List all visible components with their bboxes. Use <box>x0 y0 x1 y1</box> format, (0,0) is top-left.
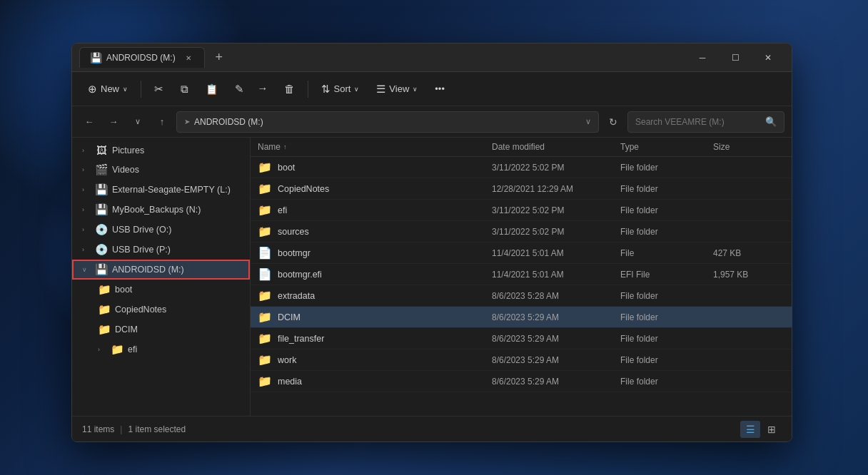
dcim-folder-icon: 📁 <box>98 323 111 336</box>
share-button[interactable]: ↑ <box>254 78 274 99</box>
file-label-file-transfer: file_transfer <box>278 334 324 344</box>
sidebar-item-copiednotes[interactable]: 📁 CopiedNotes <box>72 300 250 320</box>
file-row-bootmgr-efi[interactable]: 📄 bootmgr.efi 11/4/2021 5:01 AM EFI File… <box>251 264 792 285</box>
new-tab-button[interactable]: + <box>209 48 229 68</box>
forward-button[interactable]: → <box>104 112 123 132</box>
file-row-dcim[interactable]: 📁 DCIM 8/6/2023 5:29 AM File folder <box>251 307 792 328</box>
file-row-boot[interactable]: 📁 boot 3/11/2022 5:02 PM File folder <box>251 157 792 178</box>
sidebar-item-efi[interactable]: › 📁 efi <box>72 339 250 359</box>
videos-icon: 🎬 <box>95 163 108 176</box>
more-icon: ••• <box>435 83 445 94</box>
cut-button[interactable]: ✂ <box>147 78 171 100</box>
address-path-text: ANDROIDSD (M:) <box>194 117 263 127</box>
tab-title: ANDROIDSD (M:) <box>106 53 176 63</box>
address-input[interactable]: ➤ ANDROIDSD (M:) ∨ <box>176 111 599 133</box>
sidebar-item-dcim[interactable]: 📁 DCIM <box>72 320 250 339</box>
toolbar-sep-1 <box>141 81 141 98</box>
sidebar-item-usb-o[interactable]: › 💿 USB Drive (O:) <box>72 220 250 240</box>
file-name-media: 📁 media <box>258 374 492 388</box>
back-button[interactable]: ← <box>79 112 99 132</box>
file-date-file-transfer: 8/6/2023 5:29 AM <box>492 334 620 344</box>
file-type-file-transfer: File folder <box>620 334 713 344</box>
new-button[interactable]: ⊕ New ∨ <box>81 78 135 100</box>
more-button[interactable]: ••• <box>428 79 452 98</box>
file-type-efi: File folder <box>620 205 713 215</box>
file-row-copiednotes[interactable]: 📁 CopiedNotes 12/28/2021 12:29 AM File f… <box>251 178 792 200</box>
folder-icon-boot: 📁 <box>258 160 272 174</box>
search-box[interactable]: 🔍 <box>627 111 784 133</box>
up-button[interactable]: ↑ <box>152 112 172 132</box>
file-row-extradata[interactable]: 📁 extradata 8/6/2023 5:28 AM File folder <box>251 285 792 307</box>
paste-button[interactable]: 📋 <box>198 79 225 99</box>
sidebar-item-androidsd[interactable]: ∨ 💾 ANDROIDSD (M:) <box>72 260 250 280</box>
file-label-copiednotes: CopiedNotes <box>278 184 329 194</box>
file-label-media: media <box>278 377 302 387</box>
recent-button[interactable]: ∨ <box>128 112 148 132</box>
sort-button[interactable]: ⇅ Sort ∨ <box>314 78 367 100</box>
file-row-sources[interactable]: 📁 sources 3/11/2022 5:02 PM File folder <box>251 221 792 242</box>
sidebar-item-pictures[interactable]: › 🖼 Pictures <box>72 141 250 160</box>
window-controls: ─ ☐ ✕ <box>686 44 784 72</box>
explorer-window: 💾 ANDROIDSD (M:) ✕ + ─ ☐ ✕ ⊕ New ∨ ✂ ⧉ 📋… <box>71 43 792 442</box>
sidebar-item-external-seagate[interactable]: › 💾 External-Seagate-EMPTY (L:) <box>72 180 250 200</box>
file-date-media: 8/6/2023 5:29 AM <box>492 377 620 387</box>
col-header-date[interactable]: Date modified <box>492 142 620 152</box>
toolbar: ⊕ New ∨ ✂ ⧉ 📋 ✎ ↑ 🗑 ⇅ Sort ∨ ☰ <box>72 72 792 106</box>
share-icon: ↑ <box>258 86 270 92</box>
file-row-efi[interactable]: 📁 efi 3/11/2022 5:02 PM File folder <box>251 200 792 221</box>
folder-icon-dcim: 📁 <box>258 310 272 324</box>
grid-view-button[interactable]: ⊞ <box>762 421 782 438</box>
file-row-bootmgr[interactable]: 📄 bootmgr 11/4/2021 5:01 AM File 427 KB <box>251 242 792 264</box>
sidebar-item-mybook[interactable]: › 💾 MyBook_Backups (N:) <box>72 200 250 220</box>
tab-close-button[interactable]: ✕ <box>183 52 194 63</box>
file-name-work: 📁 work <box>258 353 492 367</box>
search-input[interactable] <box>635 117 761 127</box>
file-date-sources: 3/11/2022 5:02 PM <box>492 227 620 237</box>
status-bar: 11 items | 1 item selected ☰ ⊞ <box>72 416 792 441</box>
file-label-efi: efi <box>278 205 287 215</box>
file-row-media[interactable]: 📁 media 8/6/2023 5:29 AM File folder <box>251 371 792 392</box>
close-button[interactable]: ✕ <box>752 44 784 72</box>
title-bar: 💾 ANDROIDSD (M:) ✕ + ─ ☐ ✕ <box>72 44 792 72</box>
file-name-copiednotes: 📁 CopiedNotes <box>258 182 492 195</box>
folder-icon-work: 📁 <box>258 353 272 367</box>
sidebar-item-boot[interactable]: 📁 boot <box>72 280 250 300</box>
sidebar-label-videos: Videos <box>112 165 139 175</box>
sidebar-chevron-efi: › <box>98 346 106 353</box>
col-header-size[interactable]: Size <box>713 142 784 152</box>
status-separator: | <box>120 424 122 434</box>
minimize-button[interactable]: ─ <box>686 44 719 72</box>
rename-button[interactable]: ✎ <box>228 78 251 100</box>
sidebar-chevron-pictures: › <box>82 147 91 154</box>
status-item-count: 11 items <box>82 424 114 434</box>
maximize-button[interactable]: ☐ <box>719 44 752 72</box>
file-name-dcim: 📁 DCIM <box>258 310 492 324</box>
active-tab[interactable]: 💾 ANDROIDSD (M:) ✕ <box>79 47 205 68</box>
file-label-bootmgr-efi: bootmgr.efi <box>278 270 322 280</box>
file-date-bootmgr-efi: 11/4/2021 5:01 AM <box>492 270 620 280</box>
file-date-copiednotes: 12/28/2021 12:29 AM <box>492 184 620 194</box>
file-type-bootmgr-efi: EFI File <box>620 270 713 280</box>
refresh-button[interactable]: ↻ <box>603 112 623 132</box>
file-type-dcim: File folder <box>620 312 713 322</box>
copy-button[interactable]: ⧉ <box>173 78 196 100</box>
file-name-efi: 📁 efi <box>258 203 492 217</box>
status-selected: 1 item selected <box>128 424 186 434</box>
new-label: New <box>101 83 119 94</box>
file-row-file-transfer[interactable]: 📁 file_transfer 8/6/2023 5:29 AM File fo… <box>251 328 792 349</box>
copy-icon: ⧉ <box>181 83 188 96</box>
view-label: View <box>389 83 409 94</box>
sidebar-item-usb-p[interactable]: › 💿 USB Drive (P:) <box>72 240 250 260</box>
col-header-name[interactable]: Name ↑ <box>258 142 492 152</box>
view-button[interactable]: ☰ View ∨ <box>369 78 425 100</box>
delete-button[interactable]: 🗑 <box>277 78 302 99</box>
file-type-extradata: File folder <box>620 291 713 301</box>
file-type-media: File folder <box>620 377 713 387</box>
file-icon-bootmgr: 📄 <box>258 246 272 260</box>
col-header-type[interactable]: Type <box>620 142 713 152</box>
sidebar-item-videos[interactable]: › 🎬 Videos <box>72 160 250 180</box>
file-type-sources: File folder <box>620 227 713 237</box>
list-view-button[interactable]: ☰ <box>740 421 760 438</box>
file-name-file-transfer: 📁 file_transfer <box>258 332 492 345</box>
file-row-work[interactable]: 📁 work 8/6/2023 5:29 AM File folder <box>251 349 792 371</box>
